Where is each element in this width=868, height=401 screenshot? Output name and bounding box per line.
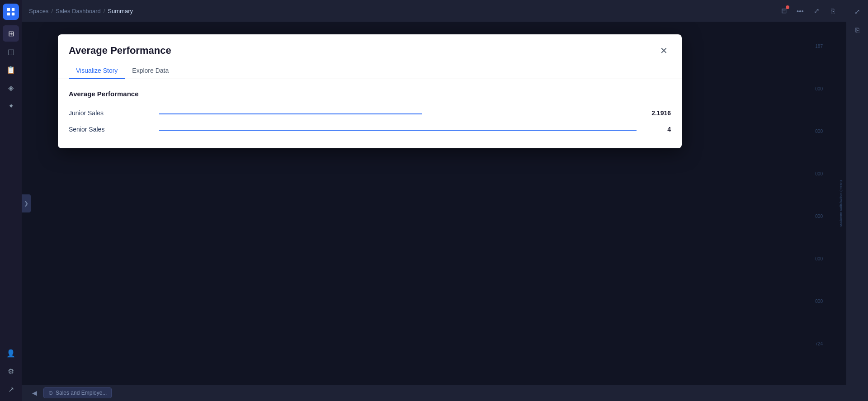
svg-rect-3 [12,13,14,15]
expand-toggle[interactable]: ❯ [22,194,31,212]
sidebar: ⊞ ◫ 📋 ◈ ✦ 👤 ⚙ ↗ [0,0,22,401]
modal-title: Average Performance [69,45,171,57]
performance-item-senior-sales: Senior Sales 4 [69,121,671,137]
senior-sales-bar [159,130,637,131]
junior-sales-bar [159,113,422,114]
modal-dialog: Average Performance ✕ Visualize Story Ex… [58,34,682,148]
extensions-icon: ✦ [8,102,14,110]
sidebar-item-data[interactable]: 📋 [3,61,19,78]
collapse-icon: ◀ [32,389,37,396]
analytics-icon: ◫ [8,47,14,56]
filter-badge [786,5,789,9]
datasource-pill[interactable]: ⊙ Sales and Employe... [43,387,112,398]
sidebar-item-manage[interactable]: ◈ [3,80,19,96]
junior-sales-label: Junior Sales [69,109,159,117]
right-panel: ⤢ ⎘ [846,0,868,401]
performance-item-junior-sales: Junior Sales 2.1916 [69,105,671,121]
data-icon: 📋 [6,66,15,74]
copy-icon: ⎘ [831,7,835,15]
sidebar-item-extensions[interactable]: ✦ [3,98,19,114]
more-button[interactable]: ••• [794,5,807,17]
home-icon: ⊞ [8,29,14,38]
performance-list: Junior Sales 2.1916 Senior Sales [69,105,671,137]
close-icon: ✕ [660,45,668,56]
expand-button[interactable]: ⤢ [810,5,823,17]
datasource-label: Sales and Employe... [56,390,107,396]
filter-button[interactable]: ⊟ [778,5,790,17]
sidebar-item-home[interactable]: ⊞ [3,25,19,42]
expand-right-icon: ⤢ [854,8,860,16]
settings-icon: ⚙ [8,367,14,376]
modal-close-button[interactable]: ✕ [656,43,671,58]
modal-tabs: Visualize Story Explore Data [58,63,682,79]
breadcrumb-spaces[interactable]: Spaces [29,8,48,14]
breadcrumb-sep-2: / [104,8,105,14]
main-area: Spaces / Sales Dashboard / Summary ⊟ •••… [22,0,846,401]
breadcrumb-sep-1: / [51,8,53,14]
modal-overlay: Average Performance ✕ Visualize Story Ex… [22,22,846,385]
more-icon: ••• [797,7,804,15]
modal-header: Average Performance ✕ [58,34,682,58]
manage-icon: ◈ [8,84,14,92]
breadcrumb-summary[interactable]: Summary [108,8,133,14]
database-icon: ⊙ [48,390,53,396]
right-panel-copy[interactable]: ⎘ [849,22,865,38]
sidebar-item-external[interactable]: ↗ [3,381,19,397]
topbar: Spaces / Sales Dashboard / Summary ⊟ •••… [22,0,846,22]
chevron-right-icon: ❯ [24,200,28,207]
topbar-actions: ⊟ ••• ⤢ ⎘ [778,5,839,17]
senior-sales-label: Senior Sales [69,126,159,133]
collapse-button[interactable]: ◀ [29,387,40,398]
sidebar-item-settings[interactable]: ⚙ [3,363,19,379]
tab-visualize-story[interactable]: Visualize Story [69,63,125,79]
svg-rect-1 [12,8,14,11]
datasource-bar: ◀ ⊙ Sales and Employe... [22,385,846,401]
section-title: Average Performance [69,90,671,98]
copy-button[interactable]: ⎘ [826,5,839,17]
external-icon: ↗ [8,385,14,394]
modal-body: Average Performance Junior Sales 2.1916 [58,79,682,148]
senior-sales-bar-container [159,128,637,131]
logo-icon [6,7,16,17]
chart-background: ❯ 187 000 000 000 000 000 000 724 custom… [22,22,846,385]
right-panel-expand[interactable]: ⤢ [849,4,865,20]
junior-sales-bar-container [159,112,637,114]
sidebar-bottom: 👤 ⚙ ↗ [3,345,19,397]
junior-sales-value: 2.1916 [644,109,671,117]
sidebar-item-user[interactable]: 👤 [3,345,19,361]
copy-right-icon: ⎘ [855,26,859,34]
breadcrumb-sales-dashboard[interactable]: Sales Dashboard [56,8,101,14]
user-icon: 👤 [6,349,15,358]
app-logo[interactable] [3,4,19,20]
tab-explore-data[interactable]: Explore Data [125,63,176,79]
svg-rect-2 [7,13,10,15]
expand-icon: ⤢ [814,7,820,15]
svg-rect-0 [7,8,10,11]
senior-sales-value: 4 [644,126,671,133]
sidebar-item-analytics[interactable]: ◫ [3,43,19,60]
